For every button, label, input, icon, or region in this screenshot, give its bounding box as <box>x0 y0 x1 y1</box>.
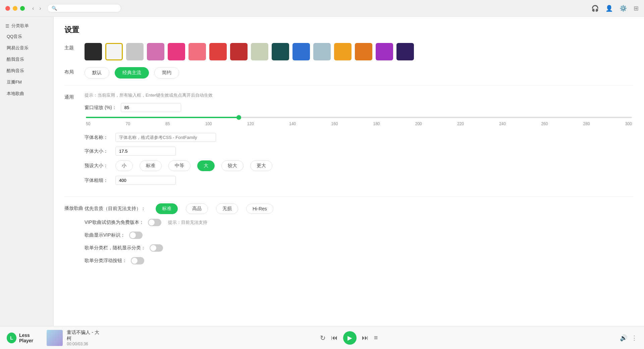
quality-row: 优先音质（目前无法支持）： 标准 高品 无损 Hi-Res <box>85 203 633 214</box>
slider-label-140: 140 <box>289 121 296 126</box>
page-title: 设置 <box>64 25 633 35</box>
quality-standard-btn[interactable]: 标准 <box>156 203 178 214</box>
search-bar[interactable]: 🔍 <box>47 4 121 12</box>
layout-classic-btn[interactable]: 经典主流 <box>115 67 149 79</box>
volume-icon[interactable]: 🔊 <box>620 334 627 342</box>
minimize-button[interactable] <box>13 6 17 11</box>
sidebar: ☰ 分类歌单 QQ音乐 网易云音乐 酷我音乐 酷狗音乐 豆瓣FM 本地歌曲 <box>0 17 54 326</box>
vip-toggle[interactable] <box>148 219 161 226</box>
sidebar-item-netease[interactable]: 网易云音乐 <box>0 42 53 54</box>
theme-color-blue[interactable] <box>292 43 310 60</box>
forward-button[interactable]: › <box>37 5 43 12</box>
font-weight-input[interactable] <box>115 176 176 185</box>
sidebar-item-douban[interactable]: 豆瓣FM <box>0 77 53 88</box>
sidebar-section-label: 分类歌单 <box>11 23 29 29</box>
sidebar-item-local[interactable]: 本地歌曲 <box>0 88 53 99</box>
player-right: 🔊 ⋮ <box>597 334 637 342</box>
font-name-input[interactable] <box>115 133 216 142</box>
prev-button[interactable]: ⏮ <box>331 334 338 342</box>
general-label: 通用 <box>64 92 85 100</box>
player-center: ↻ ⏮ ▶ ⏭ ≡ <box>101 331 597 345</box>
preset-size-row: 预设大小： 小 标准 中等 大 较大 更大 <box>85 160 633 171</box>
settings-icon[interactable]: ⚙️ <box>620 5 627 12</box>
theme-content <box>85 43 633 60</box>
quality-hires-btn[interactable]: Hi-Res <box>246 204 273 214</box>
theme-color-lightpink[interactable] <box>189 43 206 60</box>
window-scale-input[interactable] <box>121 103 181 112</box>
vip-show-toggle[interactable] <box>129 232 143 239</box>
layout-minimal-btn[interactable]: 简约 <box>154 67 179 79</box>
slider-labels: 50 70 85 100 120 140 160 180 200 220 240… <box>86 121 632 126</box>
slider-label-260: 260 <box>541 121 548 126</box>
layout-default-btn[interactable]: 默认 <box>85 67 109 79</box>
sidebar-item-kugou[interactable]: 酷狗音乐 <box>0 65 53 77</box>
sidebar-item-qq[interactable]: QQ音乐 <box>0 31 53 42</box>
search-input[interactable] <box>59 6 113 11</box>
theme-color-purple[interactable] <box>147 43 164 60</box>
theme-color-gray[interactable] <box>126 43 144 60</box>
theme-color-violet[interactable] <box>376 43 393 60</box>
close-button[interactable] <box>5 6 10 11</box>
theme-color-black[interactable] <box>85 43 102 60</box>
slider-track[interactable] <box>86 117 632 118</box>
preset-large-btn[interactable]: 大 <box>197 160 215 171</box>
theme-color-darkred[interactable] <box>230 43 248 60</box>
album-art <box>47 330 63 346</box>
layout-content: 默认 经典主流 简约 <box>85 67 633 79</box>
play-button[interactable]: ▶ <box>343 331 357 345</box>
logo-text: Less Player <box>19 333 43 343</box>
user-icon[interactable]: 👤 <box>605 5 613 12</box>
quality-high-btn[interactable]: 高品 <box>186 203 208 214</box>
back-button[interactable]: ‹ <box>30 5 36 12</box>
playlist-button[interactable]: ≡ <box>374 334 378 342</box>
playback-section: 播放歌曲 优先音质（目前无法支持）： 标准 高品 无损 Hi-Res VIP歌曲… <box>64 203 633 270</box>
list-icon: ☰ <box>5 23 9 29</box>
sidebar-section-header[interactable]: ☰ 分类歌单 <box>0 21 53 31</box>
slider-label-240: 240 <box>499 121 506 126</box>
preset-small-btn[interactable]: 小 <box>115 160 133 171</box>
quality-options: 标准 高品 无损 Hi-Res <box>156 203 273 214</box>
preset-options: 小 标准 中等 大 较大 更大 <box>115 160 272 171</box>
more-icon[interactable]: ⋮ <box>631 334 637 342</box>
titlebar-right: 🎧 👤 ⚙️ ⊞ <box>591 5 639 12</box>
category-float-toggle[interactable] <box>131 257 144 264</box>
preset-largest-btn[interactable]: 更大 <box>250 160 272 171</box>
preset-larger-btn[interactable]: 较大 <box>221 160 244 171</box>
maximize-button[interactable] <box>20 6 25 11</box>
theme-color-gold[interactable] <box>334 43 352 60</box>
window-scale-label: 窗口缩放 (%)： <box>85 105 117 111</box>
theme-color-teal[interactable] <box>272 43 289 60</box>
sidebar-item-kuwo[interactable]: 酷我音乐 <box>0 54 53 65</box>
font-name-label: 字体名称： <box>85 135 111 141</box>
slider-label-50: 50 <box>86 121 90 126</box>
repeat-button[interactable]: ↻ <box>320 334 326 342</box>
theme-color-white[interactable] <box>105 43 123 60</box>
theme-color-red[interactable] <box>209 43 227 60</box>
slider-thumb[interactable] <box>236 115 241 120</box>
category-random-label: 歌单分类栏，随机显示分类： <box>85 245 146 251</box>
headphones-icon[interactable]: 🎧 <box>591 5 599 12</box>
general-section: 通用 提示：当前应用，所有输入框，Enter键生效或焦点离开后自动生效 窗口缩放… <box>64 92 633 190</box>
category-random-toggle[interactable] <box>150 244 163 252</box>
hint-text: 提示：当前应用，所有输入框，Enter键生效或焦点离开后自动生效 <box>85 92 633 98</box>
window-icon[interactable]: ⊞ <box>634 5 639 12</box>
theme-color-skyblue[interactable] <box>313 43 331 60</box>
slider-label-70: 70 <box>126 121 130 126</box>
layout-label: 布局 <box>64 67 85 75</box>
player-left: L Less Player 童话不骗人 - 大柯 00:00/03:36 <box>7 330 101 346</box>
theme-color-orange[interactable] <box>355 43 372 60</box>
divider-1 <box>64 85 633 86</box>
quality-lossless-btn[interactable]: 无损 <box>216 203 238 214</box>
preset-standard-btn[interactable]: 标准 <box>140 160 162 171</box>
theme-color-sage[interactable] <box>251 43 268 60</box>
theme-section: 主题 <box>64 43 633 60</box>
quality-label: 优先音质（目前无法支持）： <box>85 206 152 212</box>
playback-content: 优先音质（目前无法支持）： 标准 高品 无损 Hi-Res VIP歌曲试切换为免… <box>85 203 633 270</box>
next-button[interactable]: ⏭ <box>362 334 369 342</box>
font-size-input[interactable] <box>115 147 176 156</box>
song-title: 童话不骗人 - 大柯 <box>67 330 101 342</box>
theme-color-darkpurple[interactable] <box>396 43 414 60</box>
preset-medium-btn[interactable]: 中等 <box>168 160 191 171</box>
category-random-row: 歌单分类栏，随机显示分类： <box>85 244 633 252</box>
theme-color-hotpink[interactable] <box>168 43 185 60</box>
